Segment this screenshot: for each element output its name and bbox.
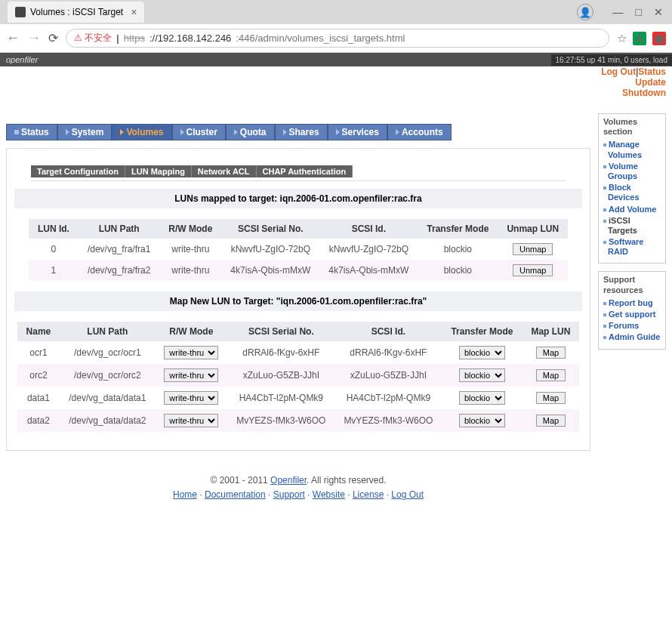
top-links: Log Out|Status Update Shutdown xyxy=(0,66,672,101)
nav-reload-icon[interactable]: ⟳ xyxy=(48,31,58,45)
col-rw-mode: R/W Mode xyxy=(155,322,227,341)
sidebar-forums[interactable]: Forums xyxy=(603,321,661,331)
nav-tab-cluster[interactable]: Cluster xyxy=(172,124,226,140)
sidebar-volume-groups[interactable]: Volume Groups xyxy=(603,162,661,181)
table-row: 1 /dev/vg_fra/fra2 write-thru 4k7isA-Qbi… xyxy=(29,260,568,281)
nav-tab-quota[interactable]: Quota xyxy=(226,124,275,140)
sidebar-support-title: Support resources xyxy=(603,275,661,294)
col-transfer: Transfer Mode xyxy=(418,219,498,239)
col-lun-path: LUN Path xyxy=(79,219,159,239)
map-new-lun-title: Map New LUN to Target: "iqn.2006-01.com.… xyxy=(14,291,582,311)
sidebar-admin-guide[interactable]: Admin Guide xyxy=(603,332,661,342)
subtab-network-acl[interactable]: Network ACL xyxy=(192,165,257,177)
window-maximize-icon[interactable]: □ xyxy=(636,6,642,18)
nav-tab-status[interactable]: Status xyxy=(6,124,57,140)
sidebar-volumes-title: Volumes section xyxy=(603,117,661,137)
logout-link[interactable]: Log Out xyxy=(601,66,636,77)
col-lun-path: LUN Path xyxy=(60,322,155,341)
mapped-luns-title: LUNs mapped to target: iqn.2006-01.com.o… xyxy=(14,189,582,208)
sidebar-software-raid[interactable]: Software RAID xyxy=(603,237,661,257)
subtab-chap-auth[interactable]: CHAP Authentication xyxy=(257,165,353,177)
table-row: ocr1 /dev/vg_ocr/ocr1 write-thru dRRAl6-… xyxy=(17,341,580,364)
nav-tab-shares[interactable]: Shares xyxy=(275,124,328,140)
url-scheme: https xyxy=(124,32,145,44)
star-icon[interactable]: ☆ xyxy=(617,32,627,45)
sidebar-support-box: Support resources Report bug Get support… xyxy=(598,271,666,349)
sub-nav: Target Configuration LUN Mapping Network… xyxy=(31,165,582,177)
extension-a-icon[interactable]: A xyxy=(633,32,646,45)
mapped-luns-table: LUN Id. LUN Path R/W Mode SCSI Serial No… xyxy=(29,219,568,281)
sidebar-manage-volumes[interactable]: Manage Volumes xyxy=(603,140,661,159)
footer-openfiler-link[interactable]: Openfiler xyxy=(270,475,307,486)
uptime-text: 16:27:55 up 41 min, 0 users, load xyxy=(551,54,672,66)
status-link[interactable]: Status xyxy=(638,66,666,77)
transfer-mode-select[interactable]: blockio xyxy=(459,414,505,427)
subtab-lun-mapping[interactable]: LUN Mapping xyxy=(125,165,192,177)
shutdown-link[interactable]: Shutdown xyxy=(622,88,666,98)
address-bar[interactable]: ⚠ 不安全 | https://192.168.142.246:446/admi… xyxy=(66,29,609,48)
table-row: data2 /dev/vg_data/data2 write-thru MvYE… xyxy=(17,409,580,432)
map-button[interactable]: Map xyxy=(536,415,566,427)
table-row: orc2 /dev/vg_ocr/orc2 write-thru xZuLuo-… xyxy=(17,364,580,387)
url-host: ://192.168.142.246 xyxy=(150,32,231,44)
footer-logout-link[interactable]: Log Out xyxy=(391,489,424,500)
table-row: 0 /dev/vg_fra/fra1 write-thru kNwvfU-ZgI… xyxy=(29,239,568,260)
sidebar-iscsi-targets[interactable]: iSCSI Targets xyxy=(603,216,661,236)
footer-website-link[interactable]: Website xyxy=(313,489,345,500)
sidebar-block-devices[interactable]: Block Devices xyxy=(603,183,661,202)
nav-tab-services[interactable]: Services xyxy=(328,124,387,140)
update-link[interactable]: Update xyxy=(635,77,666,88)
col-map: Map LUN xyxy=(522,322,579,341)
footer-home-link[interactable]: Home xyxy=(173,489,197,500)
col-serial: SCSI Serial No. xyxy=(227,322,334,341)
tab-close-icon[interactable]: × xyxy=(131,6,137,18)
footer-docs-link[interactable]: Documentation xyxy=(205,489,266,500)
transfer-mode-select[interactable]: blockio xyxy=(459,368,505,382)
footer-license-link[interactable]: License xyxy=(353,489,384,500)
col-unmap: Unmap LUN xyxy=(498,219,568,239)
sidebar-report-bug[interactable]: Report bug xyxy=(603,298,661,308)
transfer-mode-select[interactable]: blockio xyxy=(459,391,505,405)
rw-mode-select[interactable]: write-thru xyxy=(164,391,218,405)
window-minimize-icon[interactable]: — xyxy=(613,6,624,18)
col-transfer: Transfer Mode xyxy=(442,322,522,341)
extension-adblock-icon[interactable]: ◉ xyxy=(652,32,666,45)
nav-tab-volumes[interactable]: Volumes xyxy=(112,124,171,140)
insecure-warning-icon: ⚠ 不安全 xyxy=(74,32,112,45)
subtab-target-config[interactable]: Target Configuration xyxy=(31,165,125,177)
nav-back-icon[interactable]: ← xyxy=(6,30,20,46)
col-name: Name xyxy=(17,322,60,341)
sidebar-get-support[interactable]: Get support xyxy=(603,310,661,319)
transfer-mode-select[interactable]: blockio xyxy=(459,346,505,359)
map-button[interactable]: Map xyxy=(536,392,566,404)
unmap-button[interactable]: Unmap xyxy=(513,243,553,255)
browser-tab-bar: Volumes : iSCSI Target × 👤 — □ ✕ xyxy=(0,0,672,24)
nav-tab-accounts[interactable]: Accounts xyxy=(387,124,452,140)
unmap-button[interactable]: Unmap xyxy=(513,264,553,276)
tab-favicon xyxy=(15,7,26,17)
col-scsi-id: SCSI Id. xyxy=(319,219,418,239)
brand-logo: openfiler xyxy=(6,55,38,64)
footer-support-link[interactable]: Support xyxy=(273,489,305,500)
table-row: data1 /dev/vg_data/data1 write-thru HA4C… xyxy=(17,387,580,409)
url-path: :446/admin/volumes_iscsi_targets.html xyxy=(236,32,405,44)
rw-mode-select[interactable]: write-thru xyxy=(164,414,218,427)
window-close-icon[interactable]: ✕ xyxy=(654,6,663,18)
rw-mode-select[interactable]: write-thru xyxy=(164,368,218,382)
profile-avatar-icon[interactable]: 👤 xyxy=(577,4,593,20)
tab-title: Volumes : iSCSI Target xyxy=(30,7,123,17)
col-scsi-id: SCSI Id. xyxy=(334,322,442,341)
map-button[interactable]: Map xyxy=(536,369,566,381)
footer: © 2001 - 2011 Openfiler. All rights rese… xyxy=(6,473,590,502)
rw-mode-select[interactable]: write-thru xyxy=(164,346,218,359)
map-new-lun-table: Name LUN Path R/W Mode SCSI Serial No. S… xyxy=(17,322,580,432)
sidebar-volumes-box: Volumes section Manage Volumes Volume Gr… xyxy=(598,113,666,264)
col-rw-mode: R/W Mode xyxy=(159,219,221,239)
sidebar-add-volume[interactable]: Add Volume xyxy=(603,205,661,214)
main-nav: Status System Volumes Cluster Quota Shar… xyxy=(6,124,590,140)
col-serial: SCSI Serial No. xyxy=(221,219,319,239)
nav-forward-icon[interactable]: → xyxy=(27,30,41,46)
map-button[interactable]: Map xyxy=(536,347,566,359)
nav-tab-system[interactable]: System xyxy=(57,124,113,140)
browser-tab[interactable]: Volumes : iSCSI Target × xyxy=(8,2,144,23)
